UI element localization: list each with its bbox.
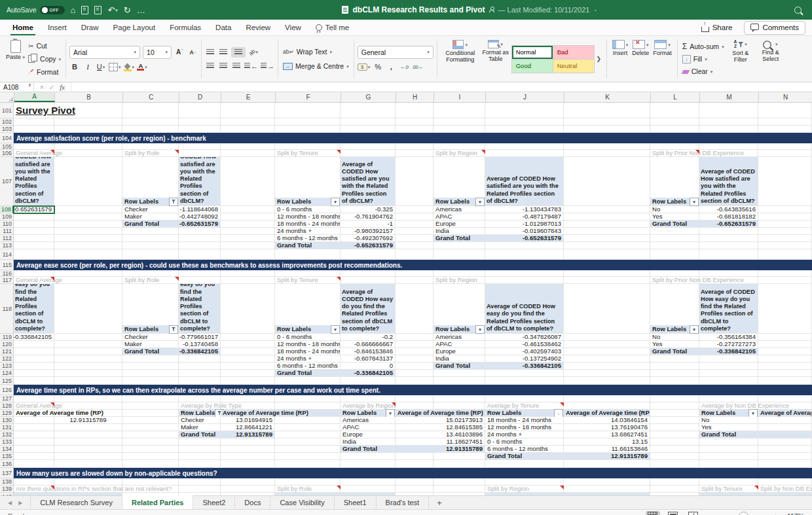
- cell-H102[interactable]: [396, 118, 434, 126]
- decrease-decimal-button[interactable]: .00→: [412, 62, 422, 73]
- cell-N123[interactable]: [758, 363, 812, 370]
- dropdown-icon[interactable]: ▾: [331, 198, 340, 206]
- cell-B124[interactable]: [54, 370, 122, 377]
- cell-I109[interactable]: APAC: [434, 213, 485, 221]
- cell-I138[interactable]: [434, 478, 485, 486]
- cell-H107[interactable]: [396, 157, 434, 206]
- cell-A119[interactable]: -0.336842105: [14, 334, 54, 341]
- cell-F119[interactable]: 0 - 6 months: [275, 334, 341, 341]
- cell-G123[interactable]: 0: [341, 363, 396, 370]
- cell-L118[interactable]: Row Labels▾: [650, 284, 699, 334]
- style-neutral[interactable]: Neutral: [553, 60, 594, 73]
- cell-J136[interactable]: [485, 460, 564, 468]
- row-header-122[interactable]: 122: [0, 355, 14, 363]
- merge-centre-button[interactable]: ↔Merge & Centre▾: [282, 60, 350, 72]
- cell-N108[interactable]: [758, 206, 812, 213]
- cell-F132[interactable]: [275, 431, 341, 438]
- cell-L139[interactable]: [650, 486, 699, 493]
- cell-I140[interactable]: [434, 493, 485, 495]
- tab-page-layout[interactable]: Page Layout: [106, 20, 163, 35]
- cell-J117[interactable]: [485, 277, 564, 284]
- cell-C130[interactable]: [122, 417, 179, 424]
- sheet-tab-related-parties[interactable]: Related Parties: [122, 495, 193, 509]
- cell-N135[interactable]: [758, 453, 812, 460]
- cell-D116[interactable]: [179, 270, 221, 277]
- cell-J119[interactable]: -0.347826087: [485, 334, 564, 341]
- cell-G133[interactable]: India: [341, 438, 396, 446]
- cell-I121[interactable]: Europe: [434, 348, 485, 355]
- cell-A103[interactable]: [14, 126, 54, 133]
- cell-H133[interactable]: 11.18627451: [396, 438, 485, 446]
- cell-A131[interactable]: [14, 424, 54, 431]
- cell-K107[interactable]: [564, 157, 650, 206]
- dropdown-icon[interactable]: ▾: [748, 409, 758, 417]
- cell-H108[interactable]: [396, 206, 434, 213]
- cell-K111[interactable]: [564, 228, 650, 235]
- row-header-134[interactable]: 134: [0, 446, 14, 453]
- font-name-select[interactable]: Arial▾: [69, 46, 140, 59]
- row-header-108[interactable]: 108: [0, 206, 14, 213]
- cell-L101[interactable]: [650, 103, 699, 118]
- cell-A120[interactable]: [14, 341, 54, 348]
- cell-B107[interactable]: [54, 157, 122, 206]
- cell-F109[interactable]: 12 months - 18 months: [275, 213, 341, 221]
- cell-H114[interactable]: [396, 249, 434, 260]
- cell-B122[interactable]: [54, 355, 122, 363]
- cell-K114[interactable]: [564, 249, 650, 260]
- cell-K139[interactable]: [564, 486, 650, 493]
- cell-K108[interactable]: [564, 206, 650, 213]
- cell-K131[interactable]: 13.76190476: [564, 424, 650, 431]
- row-header-119[interactable]: 119: [0, 334, 14, 341]
- cell-A135[interactable]: [14, 453, 54, 460]
- cell-J113[interactable]: [485, 242, 564, 249]
- cell-B112[interactable]: [54, 235, 122, 242]
- cell-L110[interactable]: Grand Total: [650, 221, 699, 228]
- cell-N109[interactable]: [758, 213, 812, 221]
- align-center-button[interactable]: [218, 60, 229, 71]
- cell-M135[interactable]: [699, 453, 758, 460]
- column-header-G[interactable]: G: [341, 92, 396, 102]
- cell-J122[interactable]: -0.137254902: [485, 355, 564, 363]
- cell-C107[interactable]: Row Labels: [122, 157, 179, 206]
- cell-A132[interactable]: [14, 431, 54, 438]
- cell-A115[interactable]: Average ease score (per role, per region…: [14, 260, 812, 270]
- cell-F140[interactable]: [275, 493, 396, 495]
- cell-D120[interactable]: -0.13740458: [179, 341, 221, 348]
- cell-L129[interactable]: [650, 410, 699, 417]
- cell-C133[interactable]: [122, 438, 179, 446]
- cell-E120[interactable]: [221, 341, 275, 348]
- cell-E129[interactable]: Average of Average time (RP): [221, 410, 341, 417]
- cell-G101[interactable]: [341, 103, 396, 118]
- cell-G132[interactable]: Europe: [341, 431, 396, 438]
- cell-L114[interactable]: [650, 249, 699, 260]
- cell-F108[interactable]: 0 - 6 months: [275, 206, 341, 213]
- cell-H113[interactable]: [396, 242, 434, 249]
- cell-G112[interactable]: -0.492307692: [341, 235, 396, 242]
- column-header-J[interactable]: J: [486, 92, 564, 102]
- cell-D129[interactable]: Row Labels: [179, 410, 221, 417]
- cell-H131[interactable]: 12.84615385: [396, 424, 485, 431]
- cell-K121[interactable]: [564, 348, 650, 355]
- cell-A118[interactable]: Average of CODED How easy do you find th…: [14, 284, 54, 334]
- cell-C101[interactable]: [122, 103, 179, 118]
- cell-J107[interactable]: Average of CODED How satisfied are you w…: [485, 157, 564, 206]
- cell-B111[interactable]: [54, 228, 122, 235]
- cell-F117[interactable]: Split by Tenure: [275, 277, 341, 284]
- cell-G113[interactable]: -0.652631579: [341, 242, 396, 249]
- zoom-in-icon[interactable]: +: [773, 512, 777, 515]
- row-header-115[interactable]: 115: [0, 260, 14, 270]
- cell-I101[interactable]: [434, 103, 485, 118]
- cell-D130[interactable]: Checker: [179, 417, 221, 424]
- cell-D110[interactable]: -0.652631579: [179, 221, 221, 228]
- format-painter-button[interactable]: Format: [27, 66, 62, 78]
- cell-A113[interactable]: [14, 242, 54, 249]
- cell-H112[interactable]: [396, 235, 434, 242]
- decrease-indent-button[interactable]: ←: [244, 60, 258, 71]
- cell-F122[interactable]: 24 months +: [275, 355, 341, 363]
- cell-G108[interactable]: -0.325: [341, 206, 396, 213]
- cell-C121[interactable]: Grand Total: [122, 348, 179, 355]
- cell-J134[interactable]: 6 months - 12 months: [485, 446, 564, 453]
- cell-L111[interactable]: [650, 228, 699, 235]
- cell-E135[interactable]: [221, 453, 275, 460]
- cell-M102[interactable]: [699, 118, 758, 126]
